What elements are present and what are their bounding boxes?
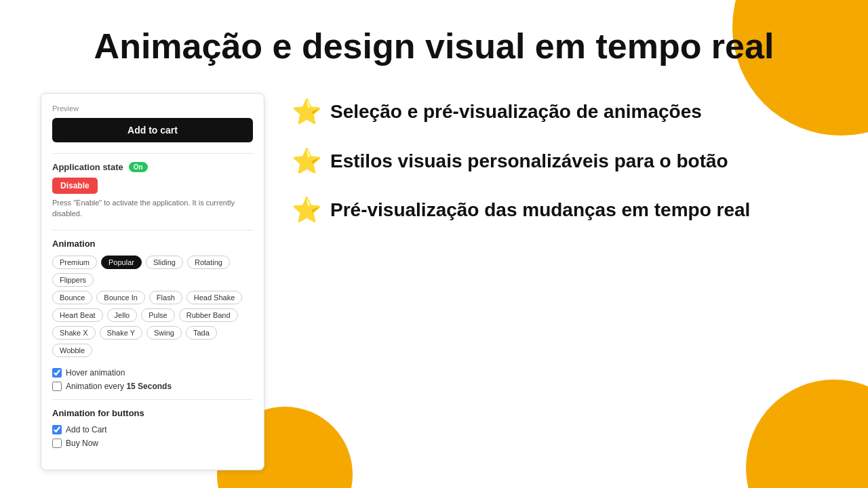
animation-section-title: Animation (52, 239, 253, 249)
animation-section: Animation Premium Popular Sliding Rotati… (52, 239, 253, 357)
animation-tabs: Premium Popular Sliding Rotating Flipper… (52, 256, 253, 287)
tag-head-shake[interactable]: Head Shake (186, 291, 243, 304)
feature-item-1: ⭐ Seleção e pré-visualização de animaçõe… (292, 100, 827, 124)
preview-label: Preview (52, 104, 253, 113)
hover-animation-label: Hover animation (66, 368, 125, 378)
star-icon-1: ⭐ (292, 100, 322, 124)
tab-rotating[interactable]: Rotating (187, 256, 230, 269)
feature-item-3: ⭐ Pré-visualização das mudanças em tempo… (292, 198, 827, 222)
add-to-cart-button[interactable]: Add to cart (52, 118, 253, 142)
animation-every-row: Animation every 15 Seconds (52, 382, 253, 391)
animation-every-label: Animation every 15 Seconds (66, 382, 172, 391)
animation-tags-row1: Bounce Bounce In Flash Head Shake (52, 291, 253, 304)
feature-text-3: Pré-visualização das mudanças em tempo r… (330, 198, 750, 222)
divider-1 (52, 153, 253, 154)
hint-text: Press "Enable" to activate the applicati… (52, 198, 253, 219)
tag-shake-y[interactable]: Shake Y (100, 326, 142, 340)
animation-for-buttons-title: Animation for buttons (52, 408, 253, 418)
features-list: ⭐ Seleção e pré-visualização de animaçõe… (292, 93, 827, 247)
tab-popular[interactable]: Popular (101, 256, 142, 269)
tab-premium[interactable]: Premium (52, 256, 97, 269)
tag-shake-x[interactable]: Shake X (52, 326, 96, 340)
feature-item-2: ⭐ Estilos visuais personalizáveis para o… (292, 149, 827, 174)
tag-heart-beat[interactable]: Heart Beat (52, 308, 103, 322)
tag-jello[interactable]: Jello (107, 308, 138, 322)
app-state-badge: On (129, 162, 148, 172)
animation-tags-row2: Heart Beat Jello Pulse Rubber Band (52, 308, 253, 322)
tag-tada[interactable]: Tada (186, 326, 217, 340)
tag-pulse[interactable]: Pulse (141, 308, 175, 322)
feature-text-2: Estilos visuais personalizáveis para o b… (330, 149, 728, 174)
animation-every-value: 15 Seconds (126, 382, 172, 391)
animation-every-checkbox[interactable] (52, 382, 62, 391)
tag-swing[interactable]: Swing (146, 326, 182, 340)
disable-button[interactable]: Disable (52, 178, 98, 194)
settings-panel: Preview Add to cart Application state On… (41, 93, 264, 470)
add-to-cart-check[interactable] (52, 425, 62, 434)
tab-sliding[interactable]: Sliding (146, 256, 183, 269)
main-title: Animação e design visual em tempo real (41, 27, 827, 66)
preview-section: Preview Add to cart (52, 104, 253, 142)
tab-flippers[interactable]: Flippers (52, 273, 94, 287)
buy-now-check-label: Buy Now (66, 439, 98, 448)
divider-2 (52, 230, 253, 230)
animation-buttons-section: Animation for buttons Add to Cart Buy No… (52, 408, 253, 448)
buy-now-check-row: Buy Now (52, 439, 253, 448)
tag-flash[interactable]: Flash (149, 291, 182, 304)
tag-bounce-in[interactable]: Bounce In (96, 291, 145, 304)
application-state-section: Application state On Disable Press "Enab… (52, 162, 253, 219)
feature-text-1: Seleção e pré-visualização de animações (330, 100, 702, 124)
star-icon-2: ⭐ (292, 149, 322, 174)
app-state-label: Application state (52, 162, 123, 172)
buy-now-check[interactable] (52, 439, 62, 448)
tag-bounce[interactable]: Bounce (52, 291, 92, 304)
animation-tags-row3: Shake X Shake Y Swing Tada Wobble (52, 326, 253, 357)
tag-rubber-band[interactable]: Rubber Band (179, 308, 238, 322)
add-to-cart-check-label: Add to Cart (66, 425, 107, 434)
add-to-cart-check-row: Add to Cart (52, 425, 253, 434)
tag-wobble[interactable]: Wobble (52, 344, 92, 357)
hover-animation-row: Hover animation (52, 368, 253, 378)
star-icon-3: ⭐ (292, 198, 322, 222)
divider-3 (52, 399, 253, 400)
app-state-row: Application state On (52, 162, 253, 172)
hover-animation-checkbox[interactable] (52, 368, 62, 378)
